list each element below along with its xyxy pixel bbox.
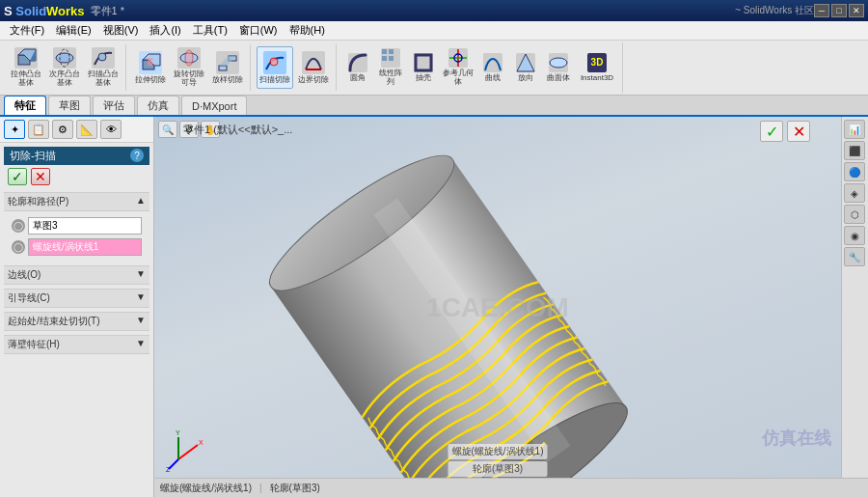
- panel-btn-features[interactable]: ✦: [4, 120, 25, 139]
- loft-cut-icon: [216, 51, 239, 74]
- btn-boundary-cut[interactable]: 边界切除: [295, 46, 332, 89]
- minimize-button[interactable]: ─: [814, 4, 829, 17]
- viewport: 🔍 ↺ ✋ 零件1 (默认<<默认>_... ✓ ✕: [154, 117, 841, 497]
- extrude-cut-icon: [139, 51, 162, 74]
- btn-revolve-boss[interactable]: 次序凸台基体: [46, 46, 83, 89]
- svg-rect-18: [382, 56, 387, 61]
- rt-btn-7[interactable]: 🔧: [844, 247, 865, 266]
- btn-surface[interactable]: 曲面体: [543, 46, 574, 89]
- btn-shell-label: 抽壳: [416, 74, 431, 83]
- cancel-button[interactable]: ✕: [31, 168, 50, 185]
- status-text1: 螺旋(螺旋线/涡状线1): [160, 482, 252, 495]
- btn-extrude-boss[interactable]: 拉伸凸台基体: [8, 46, 44, 89]
- btn-ref-geometry-label: 参考几何体: [442, 69, 475, 87]
- rt-btn-2[interactable]: ⬛: [844, 141, 865, 160]
- status-text2: 轮廓(草图3): [270, 482, 320, 495]
- viewport-accept-button[interactable]: ✓: [760, 121, 783, 142]
- btn-direction[interactable]: 放向: [510, 46, 541, 89]
- btn-curves[interactable]: 曲线: [477, 46, 508, 89]
- revolve-boss-icon: [53, 47, 76, 69]
- tab-evaluate[interactable]: 评估: [93, 96, 135, 115]
- profile-sketch-icon: ◯: [12, 219, 25, 233]
- boundary-cut-icon: [302, 51, 325, 74]
- svg-point-25: [550, 58, 567, 68]
- panel-help-icon[interactable]: ?: [130, 149, 144, 162]
- edge-collapse-icon: ▼: [136, 268, 146, 282]
- btn-linear-pattern-label: 线性阵列: [376, 69, 405, 87]
- ok-button[interactable]: ✓: [8, 168, 27, 185]
- panel-ok-cancel: ✓ ✕: [4, 165, 149, 188]
- cut-sweep-panel: 切除-扫描 ? ✓ ✕ 轮廓和路径(P) ▲ ◯ 草图3 ◯ 螺旋线: [0, 143, 153, 497]
- btn-loft-cut[interactable]: 放样切除: [209, 46, 246, 89]
- edge-section-label[interactable]: 边线(O) ▼: [4, 265, 149, 285]
- btn-sweep-cut[interactable]: 扫描切除: [257, 46, 293, 89]
- btn-instant3d-label: Instant3D: [581, 74, 613, 83]
- svg-line-32: [169, 459, 178, 469]
- shell-icon: [414, 53, 433, 72]
- menu-help[interactable]: 帮助(H): [284, 21, 331, 40]
- panel-btn-propertymanager[interactable]: 📋: [28, 120, 49, 139]
- rt-btn-6[interactable]: ◉: [844, 226, 865, 245]
- status-label2: 轮廓(草图3): [448, 461, 548, 477]
- svg-rect-8: [148, 58, 152, 66]
- main-area: ✦ 📋 ⚙ 📐 👁 切除-扫描 ? ✓ ✕ 轮廓和路径(P) ▲: [0, 117, 868, 497]
- rt-btn-1[interactable]: 📊: [844, 120, 865, 139]
- panel-btn-configmanager[interactable]: ⚙: [52, 120, 73, 139]
- menu-window[interactable]: 窗口(W): [233, 21, 284, 40]
- axis-indicator: X Y Z: [164, 426, 212, 474]
- maximize-button[interactable]: □: [831, 4, 847, 17]
- status-bar: 螺旋(螺旋线/涡状线1) | 轮廓(草图3): [154, 478, 868, 497]
- panel-btn-displaypane[interactable]: 👁: [100, 120, 122, 139]
- profile-sketch-box[interactable]: 草图3: [28, 217, 142, 235]
- btn-sweep-boss[interactable]: 扫描凸台基体: [85, 46, 122, 89]
- menu-tools[interactable]: 工具(T): [187, 21, 233, 40]
- tab-dmxport[interactable]: D·MXport: [181, 96, 247, 115]
- tab-sketch[interactable]: 草图: [48, 96, 91, 115]
- close-button[interactable]: ✕: [849, 4, 864, 17]
- btn-shell[interactable]: 抽壳: [408, 46, 439, 89]
- thin-section-label[interactable]: 薄壁特征(H) ▼: [4, 335, 149, 354]
- tab-row: 特征 草图 评估 仿真 D·MXport: [0, 96, 868, 117]
- menu-insert[interactable]: 插入(I): [144, 21, 186, 40]
- menu-edit[interactable]: 编辑(E): [50, 21, 97, 40]
- menu-view[interactable]: 视图(V): [97, 21, 145, 40]
- fillet-icon: [348, 53, 367, 72]
- profile-helix-box[interactable]: 螺旋线/涡状线1: [28, 238, 142, 256]
- btn-fillet[interactable]: 圆角: [342, 46, 373, 89]
- viewport-cancel-button[interactable]: ✕: [787, 121, 810, 142]
- rt-btn-4[interactable]: ◈: [844, 183, 865, 203]
- breadcrumb: 零件1 (默认<<默认>_...: [183, 123, 292, 137]
- btn-extrude-cut-label: 拉伸切除: [135, 76, 166, 85]
- btn-loft-cut-label: 放样切除: [212, 76, 243, 85]
- thin-collapse-icon: ▼: [136, 338, 146, 351]
- rt-btn-3[interactable]: 🔵: [844, 162, 865, 181]
- menu-bar: 文件(F) 编辑(E) 视图(V) 插入(I) 工具(T) 窗口(W) 帮助(H…: [0, 21, 868, 41]
- btn-instant3d[interactable]: 3D Instant3D: [576, 46, 618, 89]
- panel-btn-dimxpert[interactable]: 📐: [76, 120, 97, 139]
- btn-revolve-cut-label: 旋转切除可导: [174, 70, 204, 88]
- svg-point-5: [98, 53, 106, 61]
- btn-extrude-cut[interactable]: 拉伸切除: [132, 46, 169, 89]
- toolbar-group-features: 圆角 线性阵列 抽壳 参考几何体: [339, 42, 623, 93]
- btn-revolve-cut[interactable]: 旋转切除可导: [171, 46, 207, 89]
- title-bar: S SolidWorks 零件1 * ~ SolidWorks 社区 ─ □ ✕: [0, 0, 868, 21]
- curves-icon: [483, 53, 502, 72]
- btn-curves-label: 曲线: [485, 74, 501, 83]
- tab-features[interactable]: 特征: [4, 96, 46, 115]
- guide-section-label[interactable]: 引导线(C) ▼: [4, 289, 149, 308]
- tab-simulation[interactable]: 仿真: [137, 96, 179, 115]
- svg-rect-20: [416, 55, 431, 70]
- btn-ref-geometry[interactable]: 参考几何体: [441, 46, 475, 89]
- rt-btn-5[interactable]: ⬡: [844, 205, 865, 224]
- startend-collapse-icon: ▼: [136, 315, 146, 328]
- vp-zoom-btn[interactable]: 🔍: [158, 121, 177, 138]
- profile-section-label[interactable]: 轮廓和路径(P) ▲: [4, 192, 149, 211]
- window-controls: ─ □ ✕: [814, 4, 864, 17]
- profile-helix-icon: ◯: [12, 240, 25, 254]
- panel-title: 切除-扫描 ?: [4, 147, 149, 165]
- menu-file[interactable]: 文件(F): [4, 21, 50, 40]
- startend-section-label[interactable]: 起始处/结束处切切(T) ▼: [4, 312, 149, 331]
- svg-point-14: [270, 58, 278, 66]
- btn-sweep-boss-label: 扫描凸台基体: [88, 70, 119, 88]
- btn-linear-pattern[interactable]: 线性阵列: [375, 46, 406, 89]
